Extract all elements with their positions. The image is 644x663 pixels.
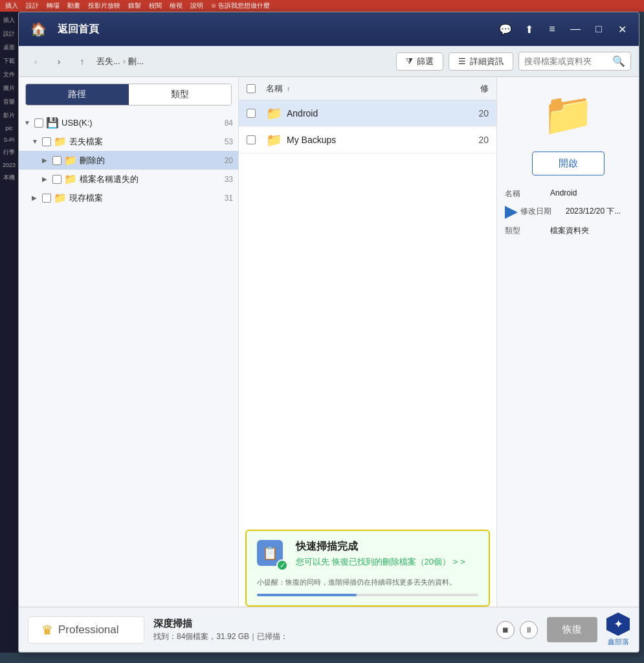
sidebar-luggage[interactable]: 行季 — [1, 146, 17, 159]
menu-slideshow[interactable]: 投影片放映 — [88, 1, 120, 10]
top-menu-bar: 插入 設計 轉場 動畫 投影片放映 錄製 校閱 檢視 說明 ⊙ 告訴我您想做什麼 — [0, 0, 644, 12]
sidebar-local[interactable]: 本機 — [1, 172, 17, 184]
notif-text: 快速掃描完成 您可以先 恢復已找到的刪除檔案（20個） > > — [296, 540, 478, 568]
notif-link-suffix[interactable]: > > — [453, 557, 465, 567]
usb-icon: 💾 — [46, 117, 59, 129]
breadcrumb-sep: › — [123, 56, 126, 66]
notif-reminder: 小提醒：恢復的同時，進階掃描仍在持續尋找更多丟失的資料。 — [257, 578, 478, 587]
usb-label: USB(K:) — [61, 118, 222, 128]
detail-folder-icon: 📁 — [542, 90, 594, 139]
recover-button[interactable]: 恢復 — [547, 617, 597, 642]
sidebar-download[interactable]: 下載 — [1, 55, 17, 67]
sidebar-music[interactable]: 音樂 — [1, 96, 17, 108]
detail-table: 名稱 Android 修改日期 2023/12/20 下... 類型 檔案資料夾 — [505, 188, 631, 243]
breadcrumb-item-1[interactable]: 丟失... — [96, 56, 120, 67]
mybackups-name: My Backups — [287, 135, 450, 145]
check-existing[interactable] — [42, 194, 51, 203]
noname-icon: 📁 — [64, 173, 77, 185]
menu-animation[interactable]: 動畫 — [67, 1, 80, 10]
deleted-label: 刪除的 — [80, 155, 222, 166]
open-button[interactable]: 開啟 — [532, 152, 605, 175]
existing-label: 現存檔案 — [69, 192, 222, 204]
deep-scan-area: 深度掃描 找到：84個檔案，31.92 GB｜已掃描： — [153, 618, 487, 642]
detail-icon: ☰ — [458, 56, 466, 66]
menu-review[interactable]: 校閱 — [149, 1, 162, 10]
check-mybackups[interactable] — [247, 135, 256, 144]
sidebar-insert[interactable]: 插入 — [1, 14, 17, 27]
sort-arrow-icon[interactable]: ↑ — [287, 85, 291, 93]
tree-item-existing[interactable]: ▶ 📁 現存檔案 31 — [19, 188, 238, 207]
menu-insert[interactable]: 插入 — [5, 1, 18, 10]
sidebar-video[interactable]: 影片 — [1, 109, 17, 122]
sidebar-images[interactable]: 圖片 — [1, 82, 17, 95]
detail-date-val: 2023/12/20 下... — [566, 206, 631, 219]
maximize-btn[interactable]: □ — [590, 20, 608, 38]
menu-help[interactable]: 說明 — [190, 1, 203, 10]
sidebar-design[interactable]: 設計 — [1, 28, 17, 40]
sidebar-spi[interactable]: S-Pi — [1, 135, 17, 145]
forward-button[interactable]: › — [50, 52, 68, 71]
up-button[interactable]: ↑ — [73, 52, 91, 71]
file-list-header: 名稱 ↑ 修 — [239, 77, 496, 100]
tab-type[interactable]: 類型 — [129, 84, 232, 105]
deep-scan-title: 深度掃描 — [153, 618, 487, 630]
upload-btn[interactable]: ⬆ — [520, 20, 538, 38]
bottom-bar: ♛ Professional 深度掃描 找到：84個檔案，31.92 GB｜已掃… — [19, 607, 639, 652]
brand-logo: ✦ 鑫部落 — [606, 612, 630, 647]
sidebar-desktop[interactable]: 桌面 — [1, 41, 17, 54]
notif-title: 快速掃描完成 — [296, 540, 478, 554]
filter-button[interactable]: ⧩ 篩選 — [396, 52, 443, 71]
detail-row-name: 名稱 Android — [505, 188, 631, 199]
menu-tell[interactable]: ⊙ 告訴我您想做什麼 — [211, 1, 270, 10]
detail-name-val: Android — [550, 188, 631, 199]
existing-count: 31 — [225, 194, 233, 203]
detail-button[interactable]: ☰ 詳細資訊 — [449, 52, 513, 71]
menu-btn[interactable]: ≡ — [543, 20, 561, 38]
tree-item-deleted[interactable]: ▶ 📁 刪除的 20 — [19, 151, 238, 170]
path-type-tabs: 路徑 類型 — [25, 84, 232, 106]
file-row-android[interactable]: 📁 Android 20 — [239, 100, 496, 127]
check-android[interactable] — [247, 109, 256, 118]
scan-stop-btn[interactable]: ⏹ — [496, 621, 515, 639]
breadcrumb-item-2[interactable]: 刪... — [128, 56, 144, 67]
detail-name-key: 名稱 — [505, 188, 550, 199]
tree-item-lost[interactable]: ▼ 📁 丟失檔案 53 — [19, 132, 238, 151]
minimize-btn[interactable]: — — [566, 20, 584, 38]
menu-design[interactable]: 設計 — [26, 1, 39, 10]
detail-type-val: 檔案資料夾 — [550, 225, 631, 236]
detail-label: 詳細資訊 — [470, 56, 504, 67]
left-sidebar: 插入 設計 桌面 下載 文件 圖片 音樂 影片 pic S-Pi 行季 2023… — [0, 12, 18, 653]
close-btn[interactable]: ✕ — [613, 20, 631, 38]
sidebar-docs[interactable]: 文件 — [1, 69, 17, 81]
search-input[interactable] — [524, 56, 608, 66]
left-panel: 路徑 類型 ▼ 💾 USB(K:) 84 ▼ 📁 丟失檔案 — [19, 77, 239, 618]
check-noname[interactable] — [52, 175, 61, 184]
sidebar-pic[interactable]: pic — [1, 123, 17, 133]
android-count: 20 — [450, 108, 489, 118]
sidebar-2023[interactable]: 2023 — [1, 160, 17, 170]
menu-view[interactable]: 檢視 — [170, 1, 183, 10]
notif-link[interactable]: 您可以先 恢復已找到的刪除檔案（20個） > > — [296, 556, 478, 568]
detail-type-key: 類型 — [505, 225, 550, 236]
tree-item-noname[interactable]: ▶ 📁 檔案名稱遺失的 33 — [19, 170, 238, 188]
pro-badge[interactable]: ♛ Professional — [28, 616, 144, 644]
check-lost[interactable] — [42, 137, 51, 146]
tab-path[interactable]: 路徑 — [26, 84, 129, 105]
home-icon[interactable]: 🏠 — [27, 17, 50, 41]
file-row-mybackups[interactable]: 📁 My Backups 20 — [239, 127, 496, 153]
tree-item-usb[interactable]: ▼ 💾 USB(K:) 84 — [19, 113, 238, 132]
deleted-icon: 📁 — [64, 154, 77, 166]
check-deleted[interactable] — [52, 156, 61, 165]
file-tree: ▼ 💾 USB(K:) 84 ▼ 📁 丟失檔案 53 ▶ — [19, 111, 238, 618]
notif-progress-bar-fill — [257, 594, 357, 596]
arrow-lost: ▼ — [32, 138, 39, 145]
chat-icon-btn[interactable]: 💬 — [496, 20, 515, 38]
menu-record[interactable]: 錄製 — [128, 1, 141, 10]
check-all[interactable] — [247, 84, 256, 93]
check-usb[interactable] — [34, 118, 43, 128]
play-icon — [505, 206, 518, 219]
menu-transition[interactable]: 轉場 — [47, 1, 60, 10]
back-button[interactable]: ‹ — [27, 52, 45, 71]
deep-scan-status: 找到：84個檔案，31.92 GB｜已掃描： — [153, 631, 487, 642]
scan-pause-btn[interactable]: ⏸ — [520, 621, 538, 639]
